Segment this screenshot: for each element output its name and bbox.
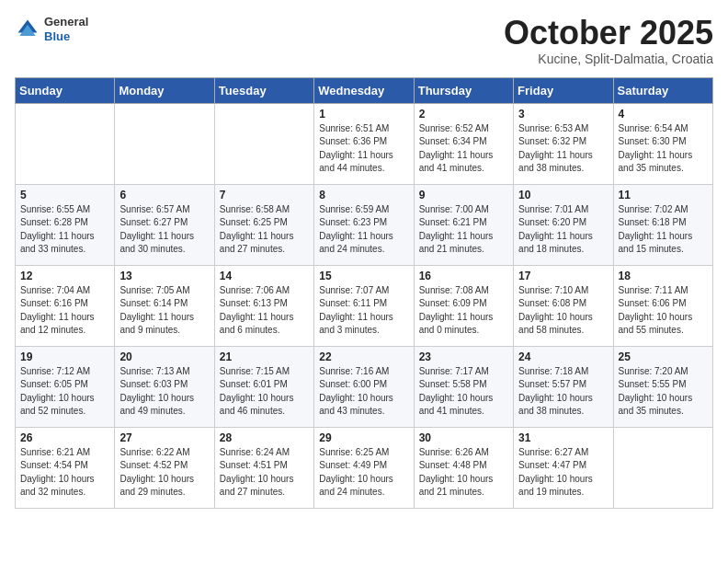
logo-icon [15,17,40,42]
day-info: Sunrise: 6:55 AM Sunset: 6:28 PM Dayligh… [20,203,109,257]
day-info: Sunrise: 7:05 AM Sunset: 6:14 PM Dayligh… [119,284,209,338]
day-number: 7 [220,189,309,201]
calendar-cell: 10Sunrise: 7:01 AM Sunset: 6:20 PM Dayli… [514,184,613,265]
logo-text: General Blue [44,15,88,43]
calendar-cell: 11Sunrise: 7:02 AM Sunset: 6:18 PM Dayli… [613,184,712,265]
weekday-header-monday: Monday [115,77,214,103]
day-number: 5 [20,189,109,201]
day-number: 6 [119,189,209,201]
calendar-cell: 3Sunrise: 6:53 AM Sunset: 6:32 PM Daylig… [514,103,613,184]
day-info: Sunrise: 7:07 AM Sunset: 6:11 PM Dayligh… [319,284,408,338]
calendar-cell: 8Sunrise: 6:59 AM Sunset: 6:23 PM Daylig… [314,184,414,265]
day-number: 11 [619,189,708,201]
calendar-cell: 9Sunrise: 7:00 AM Sunset: 6:21 PM Daylig… [414,184,513,265]
day-info: Sunrise: 7:01 AM Sunset: 6:20 PM Dayligh… [518,203,608,257]
title-block: October 2025 Kucine, Split-Dalmatia, Cro… [504,15,713,66]
day-info: Sunrise: 7:08 AM Sunset: 6:09 PM Dayligh… [419,284,508,338]
calendar-cell: 20Sunrise: 7:13 AM Sunset: 6:03 PM Dayli… [115,346,214,427]
calendar-cell: 18Sunrise: 7:11 AM Sunset: 6:06 PM Dayli… [613,265,712,346]
week-row-3: 12Sunrise: 7:04 AM Sunset: 6:16 PM Dayli… [16,265,713,346]
calendar-cell: 5Sunrise: 6:55 AM Sunset: 6:28 PM Daylig… [16,184,115,265]
day-number: 30 [419,431,508,444]
calendar-cell: 16Sunrise: 7:08 AM Sunset: 6:09 PM Dayli… [414,265,513,346]
day-number: 27 [119,431,209,444]
day-number: 22 [319,350,408,363]
day-info: Sunrise: 6:54 AM Sunset: 6:30 PM Dayligh… [619,122,708,176]
day-number: 9 [419,189,508,201]
day-number: 26 [20,431,109,444]
day-number: 14 [220,270,309,282]
calendar-cell: 22Sunrise: 7:16 AM Sunset: 6:00 PM Dayli… [314,346,414,427]
day-number: 29 [319,431,408,444]
day-number: 3 [518,108,608,121]
day-number: 25 [619,350,708,363]
day-info: Sunrise: 7:16 AM Sunset: 6:00 PM Dayligh… [319,365,408,419]
week-row-5: 26Sunrise: 6:21 AM Sunset: 4:54 PM Dayli… [16,427,713,508]
day-info: Sunrise: 7:04 AM Sunset: 6:16 PM Dayligh… [20,284,109,338]
day-info: Sunrise: 7:12 AM Sunset: 6:05 PM Dayligh… [20,365,109,419]
calendar-cell: 6Sunrise: 6:57 AM Sunset: 6:27 PM Daylig… [115,184,214,265]
day-info: Sunrise: 7:13 AM Sunset: 6:03 PM Dayligh… [119,365,209,419]
day-number: 23 [419,350,508,363]
calendar-cell: 25Sunrise: 7:20 AM Sunset: 5:55 PM Dayli… [613,346,712,427]
calendar-cell: 31Sunrise: 6:27 AM Sunset: 4:47 PM Dayli… [514,427,613,508]
day-number: 28 [220,431,309,444]
day-info: Sunrise: 7:18 AM Sunset: 5:57 PM Dayligh… [518,365,608,419]
calendar-cell: 7Sunrise: 6:58 AM Sunset: 6:25 PM Daylig… [214,184,313,265]
day-info: Sunrise: 7:20 AM Sunset: 5:55 PM Dayligh… [619,365,708,419]
week-row-2: 5Sunrise: 6:55 AM Sunset: 6:28 PM Daylig… [16,184,713,265]
weekday-header-row: SundayMondayTuesdayWednesdayThursdayFrid… [16,77,713,103]
week-row-1: 1Sunrise: 6:51 AM Sunset: 6:36 PM Daylig… [16,103,713,184]
day-info: Sunrise: 6:52 AM Sunset: 6:34 PM Dayligh… [419,122,508,176]
day-number: 18 [619,270,708,282]
day-info: Sunrise: 6:27 AM Sunset: 4:47 PM Dayligh… [518,446,608,500]
calendar-cell: 17Sunrise: 7:10 AM Sunset: 6:08 PM Dayli… [514,265,613,346]
day-info: Sunrise: 6:51 AM Sunset: 6:36 PM Dayligh… [319,122,408,176]
calendar-cell [214,103,313,184]
calendar-cell: 23Sunrise: 7:17 AM Sunset: 5:58 PM Dayli… [414,346,513,427]
day-info: Sunrise: 7:10 AM Sunset: 6:08 PM Dayligh… [518,284,608,338]
calendar-cell: 30Sunrise: 6:26 AM Sunset: 4:48 PM Dayli… [414,427,513,508]
day-number: 10 [518,189,608,201]
logo-blue: Blue [44,29,88,44]
calendar-cell: 12Sunrise: 7:04 AM Sunset: 6:16 PM Dayli… [16,265,115,346]
day-number: 8 [319,189,408,201]
page-header: General Blue October 2025 Kucine, Split-… [15,15,713,66]
day-number: 15 [319,270,408,282]
day-info: Sunrise: 6:58 AM Sunset: 6:25 PM Dayligh… [220,203,309,257]
weekday-header-friday: Friday [514,77,613,103]
day-number: 17 [518,270,608,282]
calendar-cell [115,103,214,184]
day-number: 20 [119,350,209,363]
day-info: Sunrise: 7:00 AM Sunset: 6:21 PM Dayligh… [419,203,508,257]
day-info: Sunrise: 6:59 AM Sunset: 6:23 PM Dayligh… [319,203,408,257]
calendar-cell: 29Sunrise: 6:25 AM Sunset: 4:49 PM Dayli… [314,427,414,508]
calendar-cell [16,103,115,184]
calendar-cell: 28Sunrise: 6:24 AM Sunset: 4:51 PM Dayli… [214,427,313,508]
day-number: 13 [119,270,209,282]
day-number: 12 [20,270,109,282]
calendar-cell: 15Sunrise: 7:07 AM Sunset: 6:11 PM Dayli… [314,265,414,346]
day-info: Sunrise: 6:53 AM Sunset: 6:32 PM Dayligh… [518,122,608,176]
day-info: Sunrise: 6:21 AM Sunset: 4:54 PM Dayligh… [20,446,109,500]
calendar-cell: 1Sunrise: 6:51 AM Sunset: 6:36 PM Daylig… [314,103,414,184]
weekday-header-saturday: Saturday [613,77,712,103]
logo-general: General [44,15,88,29]
day-info: Sunrise: 6:26 AM Sunset: 4:48 PM Dayligh… [419,446,508,500]
calendar-cell: 27Sunrise: 6:22 AM Sunset: 4:52 PM Dayli… [115,427,214,508]
day-number: 16 [419,270,508,282]
day-number: 31 [518,431,608,444]
day-number: 1 [319,108,408,121]
calendar-cell: 2Sunrise: 6:52 AM Sunset: 6:34 PM Daylig… [414,103,513,184]
calendar-table: SundayMondayTuesdayWednesdayThursdayFrid… [15,77,713,509]
weekday-header-tuesday: Tuesday [214,77,313,103]
calendar-cell: 14Sunrise: 7:06 AM Sunset: 6:13 PM Dayli… [214,265,313,346]
day-info: Sunrise: 7:17 AM Sunset: 5:58 PM Dayligh… [419,365,508,419]
day-number: 2 [419,108,508,121]
location: Kucine, Split-Dalmatia, Croatia [504,52,713,66]
calendar-cell: 26Sunrise: 6:21 AM Sunset: 4:54 PM Dayli… [16,427,115,508]
calendar-cell: 24Sunrise: 7:18 AM Sunset: 5:57 PM Dayli… [514,346,613,427]
day-info: Sunrise: 7:02 AM Sunset: 6:18 PM Dayligh… [619,203,708,257]
day-number: 19 [20,350,109,363]
day-info: Sunrise: 7:11 AM Sunset: 6:06 PM Dayligh… [619,284,708,338]
